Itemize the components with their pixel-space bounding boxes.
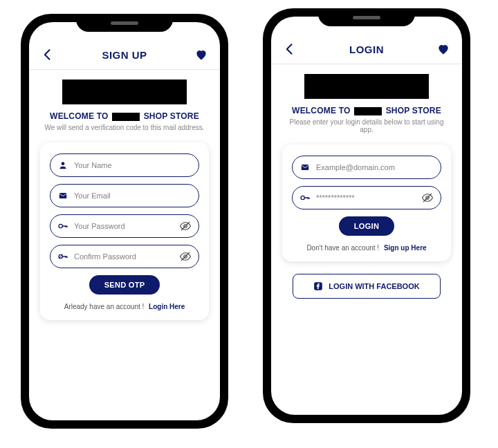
eye-off-icon[interactable] (179, 250, 192, 263)
phone-notch (76, 14, 173, 32)
welcome-text: WELCOME TO SHOP STORE (292, 106, 441, 115)
login-email-input[interactable]: Example@domain.com (316, 163, 434, 171)
signup-subtext: We will send a verification code to this… (44, 124, 204, 131)
signup-here-link[interactable]: Sign up Here (384, 244, 427, 252)
svg-point-2 (59, 224, 62, 227)
svg-rect-1 (59, 193, 67, 198)
key-icon (299, 192, 311, 203)
email-input[interactable]: Your Email (74, 192, 192, 200)
facebook-button-label: LOGIN WITH FACEBOOK (329, 282, 419, 290)
signup-title: SIGN UP (102, 49, 147, 61)
email-field[interactable]: Your Email (50, 184, 199, 207)
heart-icon[interactable] (194, 47, 209, 62)
signup-card: Your Name Your Email Your Password (40, 142, 209, 320)
confirm-password-field[interactable]: Confirm Password (50, 245, 199, 268)
send-otp-button[interactable]: SEND OTP (89, 275, 160, 295)
login-password-field[interactable]: ************* (292, 186, 441, 209)
phone-signup: SIGN UP WELCOME TO SHOP STORE We will se… (21, 14, 228, 429)
eye-off-icon[interactable] (179, 220, 192, 232)
confirm-password-input[interactable]: Confirm Password (74, 252, 174, 261)
eye-off-icon[interactable] (421, 192, 434, 204)
facebook-icon (313, 281, 323, 291)
password-input[interactable]: Your Password (74, 222, 174, 230)
login-title: LOGIN (349, 44, 384, 55)
name-field[interactable]: Your Name (50, 153, 199, 177)
person-icon (57, 160, 68, 171)
svg-point-0 (62, 162, 65, 165)
login-password-input[interactable]: ************* (316, 194, 416, 202)
phone-login: LOGIN WELCOME TO SHOP STORE Please enter… (263, 8, 470, 423)
password-field[interactable]: Your Password (50, 214, 199, 238)
svg-point-10 (301, 196, 304, 199)
name-input[interactable]: Your Name (74, 161, 192, 169)
svg-rect-9 (302, 165, 309, 170)
login-footer: Don't have an account ! Sign up Here (306, 244, 426, 252)
key-icon (57, 221, 68, 232)
login-with-facebook-button[interactable]: LOGIN WITH FACEBOOK (293, 274, 441, 299)
brand-redacted (112, 113, 140, 121)
login-email-field[interactable]: Example@domain.com (292, 156, 441, 179)
signup-footer: Arleady have an account ! Login Here (64, 303, 185, 310)
logo-redacted (304, 74, 429, 99)
heart-icon[interactable] (436, 41, 451, 57)
login-here-link[interactable]: Login Here (149, 303, 185, 310)
welcome-text: WELCOME TO SHOP STORE (50, 111, 199, 121)
login-subtext: Please enter your login details below to… (282, 118, 451, 133)
key-icon (57, 251, 68, 262)
back-icon[interactable] (282, 41, 297, 57)
login-card: Example@domain.com ************* LOGIN D (282, 144, 451, 261)
phone-notch (318, 8, 415, 26)
mail-icon (57, 190, 68, 201)
back-icon[interactable] (40, 47, 55, 62)
mail-icon (299, 162, 311, 173)
logo-redacted (62, 80, 187, 104)
login-button[interactable]: LOGIN (339, 216, 394, 236)
brand-redacted (354, 107, 382, 115)
